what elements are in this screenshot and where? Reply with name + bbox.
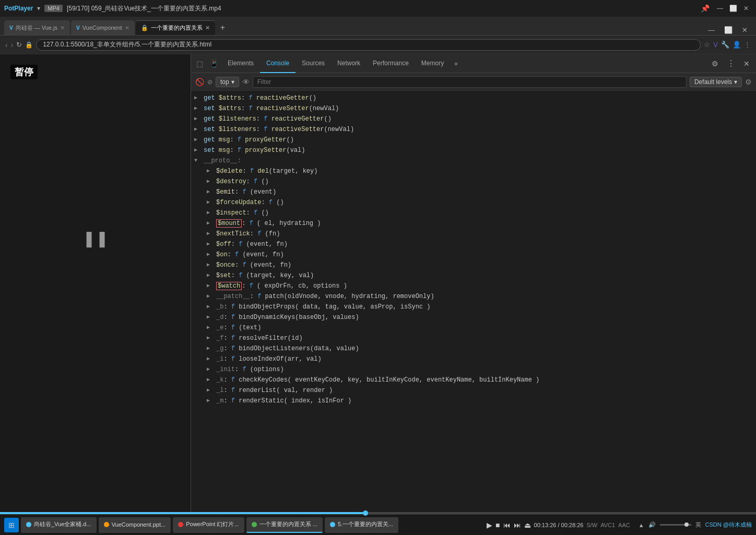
filter-input[interactable]	[253, 76, 687, 88]
console-line: ▶ $on: f (event, fn)	[191, 249, 756, 260]
browser-tab-bar: V 尚硅谷 — Vue.js ✕ V VueComponent ✕ 🔒 一个重要…	[0, 17, 756, 35]
tab-close-active[interactable]: ✕	[205, 25, 210, 31]
progress-bar-container[interactable]	[0, 512, 756, 514]
tab-favicon-vue: V	[9, 25, 13, 31]
tab-close-vue[interactable]: ✕	[60, 25, 65, 31]
nav-refresh-button[interactable]: ↻	[16, 41, 22, 49]
start-button[interactable]: ⊞	[4, 518, 19, 532]
console-line: ▶ $destroy: f ()	[191, 176, 756, 187]
address-input[interactable]	[36, 39, 701, 51]
tab-performance[interactable]: Performance	[367, 54, 415, 73]
tab-close-vuecomp[interactable]: ✕	[125, 25, 129, 31]
prev-button[interactable]: ⏮	[503, 521, 511, 529]
devtools-settings-button[interactable]: ⚙	[707, 57, 723, 70]
taskbar-item-ppt[interactable]: PowerPoint 幻灯片...	[173, 517, 244, 533]
console-output[interactable]: ▶ get $attrs: f reactiveGetter() ▶ set $…	[191, 91, 756, 514]
minimize-icon[interactable]: —	[717, 5, 723, 12]
browser-tab-vue[interactable]: V 尚硅谷 — Vue.js ✕	[4, 20, 70, 35]
tab-network[interactable]: Network	[331, 54, 367, 73]
level-selector[interactable]: Default levels ▾	[690, 77, 742, 87]
tab-more[interactable]: »	[450, 56, 462, 72]
devtools-more-button[interactable]: ⋮	[723, 56, 739, 70]
taskbar-item-5[interactable]: 5.一个重要的内置关...	[325, 517, 398, 533]
console-line: ▶ get msg: f proxyGetter()	[191, 135, 756, 145]
ext-icon-2[interactable]: 🔧	[721, 41, 729, 49]
console-line: ▶ $forceUpdate: f ()	[191, 197, 756, 208]
main-content: ❚❚ 暂停 ⬚ 📱 Elements Console Sources Netwo…	[0, 54, 756, 514]
app-name[interactable]: PotPlayer	[4, 5, 33, 12]
browser-minimize[interactable]: —	[704, 25, 719, 35]
pause-overlay: ❚❚	[82, 229, 109, 247]
console-settings-button[interactable]: ⚙	[745, 78, 752, 86]
pin-icon[interactable]: 📌	[701, 4, 710, 13]
taskbar-icon-4	[252, 522, 257, 527]
video-controls: ▶ ■ ⏮ ⏭ ⏏ 00:13:26 / 00:28:26 S/W AVC1 A…	[487, 521, 630, 529]
volume-icon[interactable]: 🔊	[648, 521, 656, 528]
tab-favicon-vuecomp: V	[76, 25, 80, 31]
bookmark-icon[interactable]: ☆	[704, 41, 710, 49]
audio-badge: AAC	[618, 522, 630, 528]
taskbar-item-active[interactable]: 一个重要的内置关系 ...	[246, 517, 323, 533]
console-line: ▶ get $listeners: f reactiveGetter()	[191, 114, 756, 124]
tab-label-vuecomp: VueComponent	[82, 25, 122, 31]
browser-tab-active[interactable]: 🔒 一个重要的内置关系 ✕	[136, 20, 215, 35]
nav-back-button[interactable]: ‹	[5, 41, 8, 49]
next-button[interactable]: ⏭	[514, 521, 521, 529]
taskbar-item-vue[interactable]: 尚硅谷_Vue全家桶.d...	[21, 517, 97, 533]
taskbar-label-4: 一个重要的内置关系 ...	[259, 520, 317, 528]
profile-icon[interactable]: 👤	[733, 41, 741, 49]
devtools-device-button[interactable]: 📱	[206, 57, 221, 70]
taskbar-icon-2	[104, 522, 109, 527]
level-dropdown-icon: ▾	[734, 78, 737, 86]
volume-slider[interactable]	[660, 524, 691, 526]
menu-icon[interactable]: ⋮	[744, 41, 751, 49]
console-line-mount: ▶ $mount: f ( el, hydrating )	[191, 218, 756, 229]
browser-restore[interactable]: ⬜	[720, 25, 737, 35]
browser-close[interactable]: ✕	[738, 25, 752, 35]
console-line: ▶ _l: f renderList( val, render )	[191, 385, 756, 396]
ext-icon-1[interactable]: V	[713, 41, 718, 49]
title-bar: PotPlayer ▾ MP4 [59/170] 059_尚硅谷Vue技术_一个…	[0, 0, 756, 17]
restore-icon[interactable]: ⬜	[729, 5, 737, 12]
console-filter-button[interactable]: ⊘	[207, 78, 212, 86]
close-icon[interactable]: ✕	[743, 5, 749, 12]
console-line: ▶ $set: f (target, key, val)	[191, 270, 756, 281]
console-line: ▶ set msg: f proxySetter(val)	[191, 145, 756, 156]
lock-icon: 🔒	[25, 41, 33, 49]
tab-elements[interactable]: Elements	[221, 54, 260, 73]
file-type-badge: MP4	[44, 5, 63, 12]
console-clear-button[interactable]: 🚫	[195, 78, 204, 86]
dropdown-icon[interactable]: ▾	[37, 5, 40, 12]
progress-bar-thumb[interactable]	[363, 510, 368, 516]
address-bar: ‹ › ↻ 🔒 ☆ V 🔧 👤 ⋮	[0, 35, 756, 54]
context-selector[interactable]: top ▾	[216, 77, 239, 87]
context-value: top	[220, 78, 229, 86]
eye-button[interactable]: 👁	[242, 78, 250, 86]
devtools-panel: ⬚ 📱 Elements Console Sources Network Per…	[191, 54, 756, 514]
console-line: ▶ $emit: f (event)	[191, 187, 756, 197]
console-line: ▶ $delete: f del(target, key)	[191, 166, 756, 176]
lang-indicator: 英	[695, 521, 701, 529]
devtools-close-button[interactable]: ✕	[739, 57, 754, 70]
console-line: ▶ _g: f bindObjectListeners(data, value)	[191, 343, 756, 354]
taskbar-item-vuecomp[interactable]: VueComponent.ppt...	[99, 517, 171, 533]
tab-memory[interactable]: Memory	[415, 54, 450, 73]
console-line: ▶ get $attrs: f reactiveGetter()	[191, 93, 756, 103]
tab-sources[interactable]: Sources	[296, 54, 331, 73]
taskbar-icon-3	[178, 522, 183, 527]
eject-button[interactable]: ⏏	[524, 521, 531, 529]
nav-forward-button[interactable]: ›	[11, 41, 14, 49]
notification-icon[interactable]: ▲	[639, 522, 644, 528]
new-tab-button[interactable]: +	[216, 20, 229, 35]
stop-button[interactable]: ■	[495, 521, 500, 529]
taskbar-icon-1	[26, 522, 31, 527]
devtools-inspect-button[interactable]: ⬚	[193, 57, 206, 70]
play-button[interactable]: ▶	[487, 521, 492, 529]
tab-console[interactable]: Console	[260, 54, 296, 73]
console-line: ▶ $once: f (event, fn)	[191, 260, 756, 270]
console-line: ▶ _d: f bindDynamicKeys(baseObj, values)	[191, 312, 756, 323]
tab-label-active: 一个重要的内置关系	[151, 24, 203, 32]
browser-tab-vuecomp[interactable]: V VueComponent ✕	[71, 20, 135, 35]
tab-label-vue: 尚硅谷 — Vue.js	[16, 24, 57, 32]
console-line: ▶ $off: f (event, fn)	[191, 239, 756, 249]
